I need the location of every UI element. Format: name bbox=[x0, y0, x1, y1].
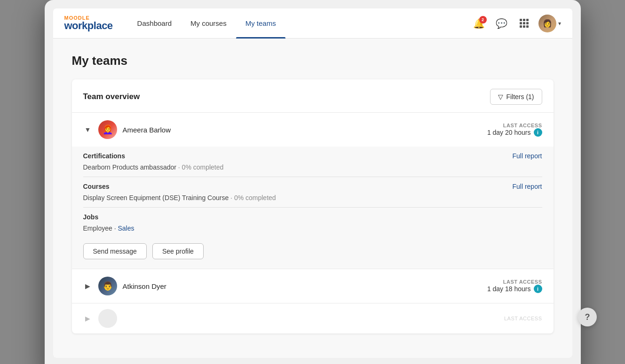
last-access-partial: LAST ACCESS bbox=[504, 316, 542, 321]
user-avatar: 👩 bbox=[538, 15, 556, 32]
member-name-atkinson: Atkinson Dyer bbox=[123, 282, 487, 290]
card-header: Team overview ▽ Filters (1) bbox=[72, 79, 554, 113]
member-section-ameera: ▼ 👩‍🦰 Ameera Barlow LAST ACCESS 1 day 20… bbox=[72, 113, 554, 269]
filter-button[interactable]: ▽ Filters (1) bbox=[490, 89, 542, 105]
last-access-label-ameera: LAST ACCESS bbox=[487, 123, 542, 128]
member-name-ameera: Ameera Barlow bbox=[123, 126, 487, 134]
notifications-button[interactable]: 🔔 2 bbox=[471, 15, 488, 32]
last-access-ameera: LAST ACCESS 1 day 20 hours i bbox=[487, 123, 542, 137]
logo-workplace-text: workplace bbox=[64, 21, 113, 31]
avatar-atkinson: 👨 bbox=[98, 277, 117, 295]
user-avatar-button[interactable]: 👩 ▾ bbox=[538, 15, 561, 32]
course-item: Display Screen Equipment (DSE) Training … bbox=[83, 194, 542, 201]
expand-button-atkinson[interactable]: ▶ bbox=[83, 282, 93, 290]
team-overview-card: Team overview ▽ Filters (1) ▼ 👩‍🦰 Ameera… bbox=[72, 79, 554, 333]
certification-item: Dearborn Products ambassador · 0% comple… bbox=[83, 163, 542, 171]
courses-title: Courses bbox=[83, 183, 110, 190]
header: moodle workplace Dashboard My courses My… bbox=[53, 8, 572, 39]
header-actions: 🔔 2 💬 👩 ▾ bbox=[471, 15, 561, 32]
info-icon-atkinson[interactable]: i bbox=[534, 285, 542, 293]
action-buttons-ameera: Send message See profile bbox=[83, 240, 542, 261]
member-row-ameera: ▼ 👩‍🦰 Ameera Barlow LAST ACCESS 1 day 20… bbox=[72, 113, 554, 147]
job-item: Employee · Sales bbox=[83, 225, 542, 232]
certification-completed: · 0% completed bbox=[178, 163, 224, 171]
notification-badge: 2 bbox=[479, 16, 487, 23]
certifications-title: Certifications bbox=[83, 152, 125, 160]
main-content: My teams Team overview ▽ Filters (1) ▼ � bbox=[53, 39, 572, 358]
avatar-partial bbox=[98, 309, 117, 328]
member-section-atkinson: ▶ 👨 Atkinson Dyer LAST ACCESS 1 day 18 h… bbox=[72, 269, 554, 303]
certifications-section: Certifications Full report Dearborn Prod… bbox=[83, 147, 542, 177]
main-nav: Dashboard My courses My teams bbox=[128, 8, 471, 39]
jobs-section: Jobs Employee · Sales bbox=[83, 208, 542, 240]
course-completed: · 0% completed bbox=[230, 194, 276, 201]
info-icon-ameera[interactable]: i bbox=[534, 128, 542, 137]
nav-my-teams[interactable]: My teams bbox=[236, 8, 285, 39]
send-message-button[interactable]: Send message bbox=[83, 243, 147, 259]
member-details-ameera: Certifications Full report Dearborn Prod… bbox=[72, 147, 554, 269]
member-row-atkinson: ▶ 👨 Atkinson Dyer LAST ACCESS 1 day 18 h… bbox=[72, 269, 554, 303]
avatar-ameera-img: 👩‍🦰 bbox=[98, 120, 117, 139]
courses-section: Courses Full report Display Screen Equip… bbox=[83, 177, 542, 208]
avatar-ameera: 👩‍🦰 bbox=[98, 120, 117, 139]
member-row-partial: ▶ LAST ACCESS bbox=[72, 303, 554, 333]
job-dept[interactable]: Sales bbox=[118, 225, 134, 232]
expand-button-partial[interactable]: ▶ bbox=[83, 315, 93, 322]
see-profile-button[interactable]: See profile bbox=[152, 243, 204, 259]
avatar-atkinson-img: 👨 bbox=[98, 277, 117, 295]
filter-icon: ▽ bbox=[498, 93, 503, 101]
logo[interactable]: moodle workplace bbox=[64, 15, 113, 31]
last-access-value-atkinson: 1 day 18 hours i bbox=[487, 285, 542, 293]
certifications-header: Certifications Full report bbox=[83, 152, 542, 160]
courses-header: Courses Full report bbox=[83, 183, 542, 190]
filter-label: Filters (1) bbox=[506, 93, 534, 101]
card-title: Team overview bbox=[83, 92, 140, 101]
nav-my-courses[interactable]: My courses bbox=[181, 8, 236, 39]
last-access-label-atkinson: LAST ACCESS bbox=[487, 279, 542, 285]
help-button[interactable]: ? bbox=[578, 308, 597, 326]
chat-button[interactable]: 💬 bbox=[493, 15, 510, 32]
certifications-full-report[interactable]: Full report bbox=[512, 152, 542, 160]
courses-full-report[interactable]: Full report bbox=[512, 183, 542, 190]
grid-icon bbox=[520, 19, 529, 28]
chevron-down-icon: ▾ bbox=[558, 20, 561, 27]
jobs-title: Jobs bbox=[83, 213, 542, 221]
page-title: My teams bbox=[72, 54, 554, 68]
expand-button-ameera[interactable]: ▼ bbox=[83, 126, 93, 133]
apps-button[interactable] bbox=[516, 15, 533, 32]
nav-dashboard[interactable]: Dashboard bbox=[128, 8, 181, 39]
last-access-value-ameera: 1 day 20 hours i bbox=[487, 128, 542, 137]
last-access-atkinson: LAST ACCESS 1 day 18 hours i bbox=[487, 279, 542, 293]
